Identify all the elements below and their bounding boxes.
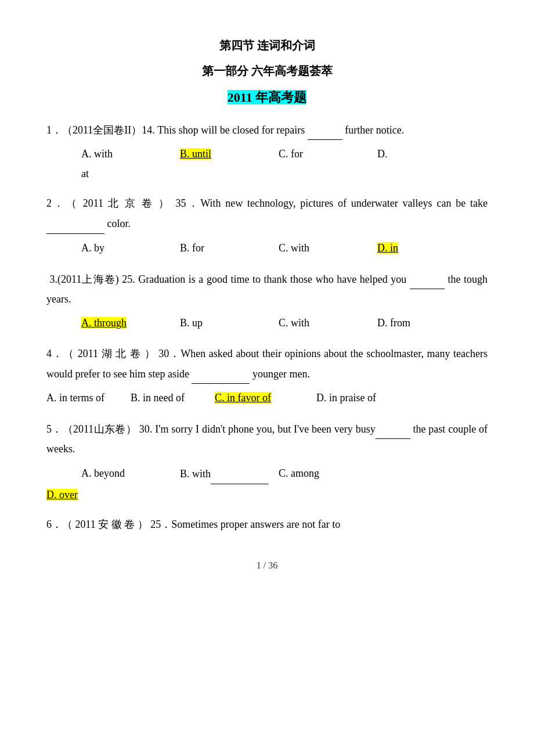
question-1-text: 1．（2011全国卷II）14. This shop will be close… [46,120,488,140]
question-2-options: A. by B. for C. with D. in [46,237,488,258]
question-3-options: A. through B. up C. with D. from [46,312,488,333]
blank-q5-b [211,463,269,484]
option-q2-a: A. by [81,237,174,258]
question-3-text: 3.(2011上海卷) 25. Graduation is a good tim… [46,269,488,309]
page-footer: 1 / 36 [46,557,488,574]
option-q1-c: C. for [279,143,371,164]
option-q1-b: B. until [180,143,273,164]
blank-q5 [376,419,410,439]
option-q3-d: D. from [377,312,470,333]
title-sub: 第一部分 六年高考题荟萃 [46,60,488,81]
option-q1-a: A. with [81,143,174,164]
question-4: 4．（ 2011 湖 北 卷 ） 30．When asked about the… [46,344,488,408]
question-4-text: 4．（ 2011 湖 北 卷 ） 30．When asked about the… [46,344,488,384]
option-q1-d: D. [377,143,470,164]
option-q3-c: C. with [279,312,371,333]
question-3: 3.(2011上海卷) 25. Graduation is a good tim… [46,269,488,333]
option-q4-b: B. in need of [131,387,215,408]
blank-q4 [192,363,250,384]
option-q5-c: C. among [279,463,371,484]
question-6: 6．（ 2011 安 徽 卷 ） 25．Sometimes proper ans… [46,514,488,534]
blank-q3 [410,269,445,289]
page-header: 第四节 连词和介词 第一部分 六年高考题荟萃 2011 年高考题 [46,35,488,109]
option-q3-b: B. up [180,312,273,333]
option-q5-b: B. with [180,463,273,484]
question-2: 2．（ 2011 北 京 卷 ） 35．With new technology,… [46,193,488,258]
option-q2-d: D. in [377,237,470,258]
blank-q2 [46,213,104,233]
question-5-text: 5．（2011山东卷） 30. I'm sorry I didn't phone… [46,419,488,459]
option-q2-c: C. with [279,237,371,258]
option-q5-d: D. over [46,489,78,501]
option-q2-b: B. for [180,237,273,258]
option-q3-a: A. through [81,312,174,333]
question-5-options: A. beyond B. with C. among [46,463,488,484]
question-2-text: 2．（ 2011 北 京 卷 ） 35．With new technology,… [46,193,488,233]
option-q1-at: at [46,164,488,183]
option-q4-a: A. in terms of [46,387,131,408]
question-5: 5．（2011山东卷） 30. I'm sorry I didn't phone… [46,419,488,504]
option-q5-d-row: D. over [46,485,488,504]
option-q4-c: C. in favor of [215,387,316,408]
question-4-options: A. in terms of B. in need of C. in favor… [46,387,488,408]
question-1-options: A. with B. until C. for D. [46,143,488,164]
question-6-text: 6．（ 2011 安 徽 卷 ） 25．Sometimes proper ans… [46,514,488,534]
blank-q1 [308,120,342,140]
year-highlight: 2011 年高考题 [228,90,306,105]
page-number: 1 / 36 [257,560,277,570]
option-q5-a: A. beyond [81,463,174,484]
option-q4-d: D. in praise of [316,387,398,408]
title-year: 2011 年高考题 [46,86,488,109]
question-1: 1．（2011全国卷II）14. This shop will be close… [46,120,488,183]
title-main: 第四节 连词和介词 [46,35,488,56]
